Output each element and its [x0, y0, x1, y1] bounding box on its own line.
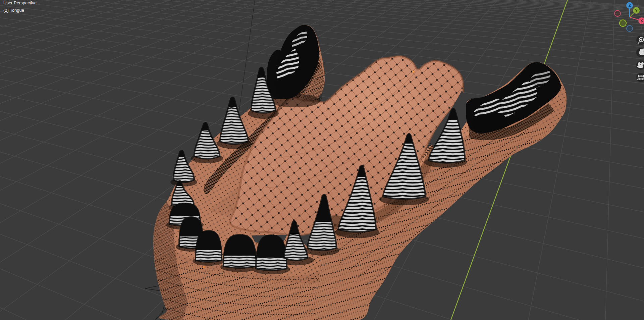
- svg-text:Z: Z: [629, 3, 631, 7]
- svg-text:Y: Y: [635, 8, 638, 12]
- svg-text:User Perspective: User Perspective: [3, 0, 37, 5]
- svg-text:X: X: [640, 19, 643, 23]
- svg-text:(2) Tongue: (2) Tongue: [3, 8, 24, 13]
